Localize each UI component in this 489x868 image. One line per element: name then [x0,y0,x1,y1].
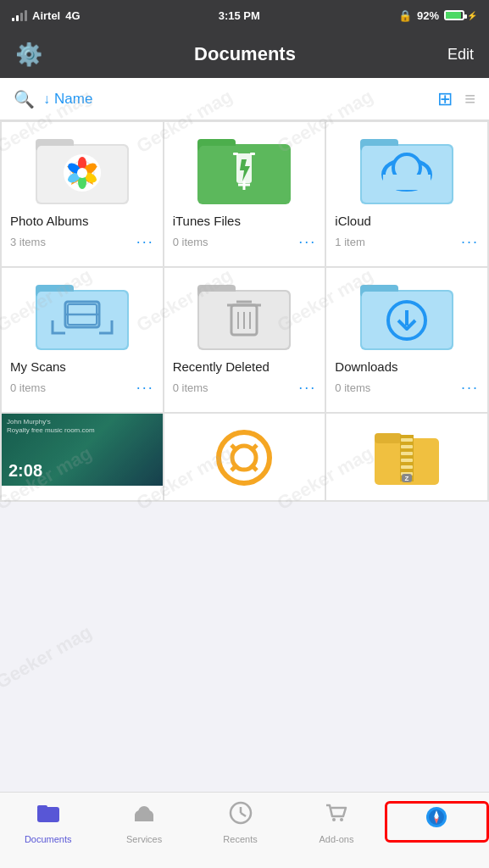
item-meta: 0 items ··· [173,379,317,397]
svg-line-49 [251,445,257,451]
svg-rect-17 [250,153,255,155]
more-options-button[interactable]: ··· [136,233,154,251]
svg-point-11 [77,168,87,178]
item-count: 0 items [10,381,46,394]
more-options-button[interactable]: ··· [298,379,316,397]
toolbar: 🔍 ↓ Name ⊞ ≡ [0,78,489,120]
svg-point-79 [435,815,438,819]
item-name: iTunes Files [173,213,241,230]
list-item[interactable]: Z [326,414,487,500]
folder-icon-container [335,132,479,204]
svg-point-73 [332,818,336,821]
list-item[interactable]: Photo Albums 3 items ··· [2,122,163,266]
status-right: 🔒 92% ⚡ [398,9,477,22]
item-name: Photo Albums [10,213,89,230]
svg-rect-57 [401,452,413,455]
list-item[interactable]: Recently Deleted 0 items ··· [164,268,325,412]
edit-button[interactable]: Edit [447,46,474,64]
svg-line-48 [231,445,237,451]
icloud-folder-icon [360,132,453,204]
cloud-icon [132,801,156,831]
tab-recents[interactable]: Recents [192,801,288,844]
svg-line-72 [241,813,246,816]
help-icon [173,424,317,492]
downloads-folder-icon [360,278,453,350]
folder-icon-container [173,132,317,204]
settings-button[interactable]: ⚙️ [15,42,42,68]
sort-arrow-icon: ↓ [43,92,50,107]
deleted-folder-icon [197,278,291,350]
battery-icon: ⚡ [444,10,477,20]
list-item[interactable]: My Scans 0 items ··· [2,268,163,412]
item-name: iCloud [335,213,371,230]
item-meta: 1 item ··· [335,233,479,251]
carrier-label: Airtel [32,9,60,22]
toolbar-right: ⊞ ≡ [437,88,475,110]
item-name: Recently Deleted [173,359,270,376]
svg-line-51 [251,465,257,470]
scans-folder-icon [36,278,129,350]
music-time: 2:08 [8,461,42,481]
status-left: Airtel 4G [12,9,81,22]
list-item[interactable] [164,414,325,500]
item-meta: 0 items ··· [335,379,479,397]
file-grid: Photo Albums 3 items ··· iTunes Files [0,120,489,502]
tab-documents[interactable]: Documents [0,801,96,844]
folder-icon [36,801,60,831]
lock-icon: 🔒 [398,9,412,22]
more-options-button[interactable]: ··· [136,379,154,397]
zip-icon: Z [335,424,479,492]
tab-addons[interactable]: Add-ons [288,801,384,844]
svg-rect-58 [401,459,413,462]
more-options-button[interactable]: ··· [461,233,479,251]
svg-rect-53 [375,433,402,443]
compass-icon [425,805,448,835]
network-label: 4G [65,9,80,22]
music-title: John Murphy'sRoyalty free music room.com [7,418,95,436]
item-count: 0 items [173,236,208,248]
sort-label: Name [54,91,92,108]
svg-rect-25 [383,175,431,190]
more-options-button[interactable]: ··· [461,379,479,397]
search-icon[interactable]: 🔍 [14,89,35,109]
item-count: 1 item [335,236,364,248]
folder-icon-container [173,278,317,350]
svg-rect-16 [233,153,238,155]
itunes-folder-icon [197,132,291,204]
svg-rect-64 [37,805,47,810]
list-view-icon[interactable]: ≡ [464,88,475,110]
svg-point-74 [340,818,343,821]
svg-rect-69 [135,815,153,821]
list-item[interactable]: iTunes Files 0 items ··· [164,122,325,266]
list-item[interactable]: iCloud 1 item ··· [326,122,487,266]
more-options-button[interactable]: ··· [298,233,316,251]
tab-more[interactable] [385,801,489,843]
list-item[interactable]: John Murphy'sRoyalty free music room.com… [2,414,163,500]
item-count: 0 items [173,381,208,394]
item-count: 3 items [10,236,46,248]
svg-rect-59 [401,465,413,469]
grid-view-icon[interactable]: ⊞ [437,88,453,110]
item-name: Downloads [335,359,397,376]
header: ⚙️ Documents Edit [0,31,489,78]
item-count: 0 items [335,381,370,394]
music-thumbnail: John Murphy'sRoyalty free music room.com… [2,414,163,486]
folder-icon-container [10,132,154,204]
status-bar: Airtel 4G 3:15 PM 🔒 92% ⚡ [0,0,489,31]
tab-label-addons: Add-ons [319,834,353,844]
tab-bar: Documents Services Recents [0,792,489,868]
svg-point-46 [219,432,270,483]
tab-label-services: Services [126,834,162,844]
sort-section[interactable]: ↓ Name [43,91,92,108]
list-item[interactable]: Downloads 0 items ··· [326,268,487,412]
photos-folder-icon [36,132,129,204]
tab-services[interactable]: Services [96,801,192,844]
folder-icon-container [10,278,154,350]
signal-bars [12,9,27,21]
page-title: Documents [194,43,296,65]
folder-icon-container [335,278,479,350]
battery-percent: 92% [417,9,439,22]
clock-icon [229,801,253,831]
svg-text:Z: Z [405,475,409,482]
cart-icon [325,801,348,831]
